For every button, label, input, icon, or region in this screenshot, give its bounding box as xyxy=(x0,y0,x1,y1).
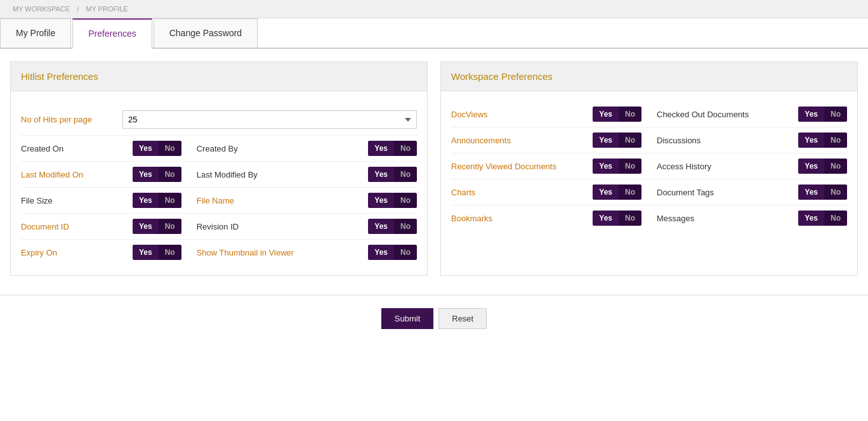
no-button[interactable]: No xyxy=(824,210,847,226)
yes-button[interactable]: Yes xyxy=(133,141,159,156)
ws-row-1: Announcements Yes No Discussions Yes No xyxy=(451,127,847,153)
tab-preferences[interactable]: Preferences xyxy=(72,18,152,49)
reset-button[interactable]: Reset xyxy=(438,308,487,329)
ws-right-toggle-3[interactable]: Yes No xyxy=(798,185,847,200)
yes-button[interactable]: Yes xyxy=(593,107,619,122)
ws-right-toggle-0[interactable]: Yes No xyxy=(798,107,847,122)
hitlist-left-toggle-3[interactable]: Yes No xyxy=(133,219,181,234)
tabs-bar: My Profile Preferences Change Password xyxy=(0,18,868,49)
hitlist-left-label-0: Created On xyxy=(21,144,122,153)
no-button[interactable]: No xyxy=(159,141,181,156)
hitlist-panel: Hitlist Preferences No of Hits per page … xyxy=(10,62,428,276)
ws-left-col-4: Bookmarks Yes No xyxy=(451,210,641,226)
no-button[interactable]: No xyxy=(159,219,181,234)
no-button[interactable]: No xyxy=(394,167,417,182)
hitlist-left-toggle-1[interactable]: Yes No xyxy=(133,167,181,182)
yes-button[interactable]: Yes xyxy=(593,159,619,174)
ws-row-3: Charts Yes No Document Tags Yes No xyxy=(451,179,847,205)
no-button[interactable]: No xyxy=(394,245,417,260)
ws-right-toggle-4[interactable]: Yes No xyxy=(798,210,847,226)
hitlist-right-label-0: Created By xyxy=(187,144,358,153)
ws-left-col-3: Charts Yes No xyxy=(451,185,641,200)
yes-button[interactable]: Yes xyxy=(368,245,394,260)
main-content: Hitlist Preferences No of Hits per page … xyxy=(0,62,868,288)
hitlist-right-label-4: Show Thumbnail in Viewer xyxy=(187,248,358,257)
no-button[interactable]: No xyxy=(159,167,181,182)
hitlist-right-label-1: Last Modified By xyxy=(187,170,358,179)
no-button[interactable]: No xyxy=(394,141,417,156)
no-button[interactable]: No xyxy=(619,107,641,122)
ws-right-col-2: Access History Yes No xyxy=(641,159,847,174)
yes-button[interactable]: Yes xyxy=(133,219,159,234)
no-button[interactable]: No xyxy=(619,185,641,200)
workspace-body: DocViews Yes No Checked Out Documents Ye… xyxy=(441,91,857,241)
no-button[interactable]: No xyxy=(394,219,417,234)
yes-button[interactable]: Yes xyxy=(368,193,394,208)
ws-left-toggle-3[interactable]: Yes No xyxy=(593,185,641,200)
no-button[interactable]: No xyxy=(824,107,847,122)
yes-button[interactable]: Yes xyxy=(133,245,159,260)
submit-button[interactable]: Submit xyxy=(381,308,433,329)
hitlist-row-3: Document ID Yes No Revision ID Yes No xyxy=(21,214,417,240)
tab-change-password[interactable]: Change Password xyxy=(154,18,258,48)
yes-button[interactable]: Yes xyxy=(593,185,619,200)
ws-right-toggle-1[interactable]: Yes No xyxy=(798,133,847,148)
hitlist-left-toggle-2[interactable]: Yes No xyxy=(133,193,181,208)
yes-button[interactable]: Yes xyxy=(133,193,159,208)
ws-right-label-1: Discussions xyxy=(657,136,793,145)
hitlist-right-toggle-2[interactable]: Yes No xyxy=(368,193,417,208)
hitlist-right-toggle-1[interactable]: Yes No xyxy=(368,167,417,182)
ws-right-col-0: Checked Out Documents Yes No xyxy=(641,107,847,122)
hitlist-left-label-1: Last Modified On xyxy=(21,170,122,179)
hitlist-row-0: Created On Yes No Created By Yes No xyxy=(21,136,417,162)
ws-left-toggle-4[interactable]: Yes No xyxy=(593,210,641,226)
hitlist-right-toggle-3[interactable]: Yes No xyxy=(368,219,417,234)
yes-button[interactable]: Yes xyxy=(798,107,824,122)
yes-button[interactable]: Yes xyxy=(593,210,619,226)
ws-left-col-1: Announcements Yes No xyxy=(451,133,641,148)
yes-button[interactable]: Yes xyxy=(798,159,824,174)
no-button[interactable]: No xyxy=(159,193,181,208)
no-button[interactable]: No xyxy=(824,185,847,200)
yes-button[interactable]: Yes xyxy=(798,185,824,200)
ws-left-toggle-2[interactable]: Yes No xyxy=(593,159,641,174)
hitlist-right-toggle-0[interactable]: Yes No xyxy=(368,141,417,156)
hitlist-right-toggle-4[interactable]: Yes No xyxy=(368,245,417,260)
workspace-title: Workspace Preferences xyxy=(441,62,857,91)
breadcrumb-separator: / xyxy=(77,5,79,13)
ws-row-4: Bookmarks Yes No Messages Yes No xyxy=(451,205,847,231)
hitlist-right-label-2: File Name xyxy=(187,196,358,205)
ws-row-0: DocViews Yes No Checked Out Documents Ye… xyxy=(451,101,847,127)
yes-button[interactable]: Yes xyxy=(368,167,394,182)
no-button[interactable]: No xyxy=(619,133,641,148)
tab-my-profile[interactable]: My Profile xyxy=(0,18,71,48)
no-button[interactable]: No xyxy=(824,159,847,174)
no-button[interactable]: No xyxy=(619,210,641,226)
breadcrumb: MY WORKSPACE / MY PROFILE xyxy=(0,0,868,18)
ws-left-label-1: Announcements xyxy=(451,136,588,145)
hitlist-right-label-3: Revision ID xyxy=(187,222,358,231)
hitlist-left-toggle-4[interactable]: Yes No xyxy=(133,245,181,260)
workspace-panel: Workspace Preferences DocViews Yes No Ch… xyxy=(440,62,858,276)
no-button[interactable]: No xyxy=(159,245,181,260)
ws-left-label-4: Bookmarks xyxy=(451,214,588,223)
yes-button[interactable]: Yes xyxy=(368,141,394,156)
ws-right-toggle-2[interactable]: Yes No xyxy=(798,159,847,174)
hits-per-page-label: No of Hits per page xyxy=(21,115,122,124)
breadcrumb-workspace: MY WORKSPACE xyxy=(13,5,70,13)
hitlist-row-4: Expiry On Yes No Show Thumbnail in Viewe… xyxy=(21,240,417,265)
no-button[interactable]: No xyxy=(824,133,847,148)
no-button[interactable]: No xyxy=(619,159,641,174)
ws-right-label-2: Access History xyxy=(657,162,793,171)
no-button[interactable]: No xyxy=(394,193,417,208)
hits-per-page-select[interactable]: 25 10 50 100 xyxy=(122,110,417,129)
yes-button[interactable]: Yes xyxy=(798,133,824,148)
hitlist-body: No of Hits per page 25 10 50 100 Created… xyxy=(11,91,427,275)
yes-button[interactable]: Yes xyxy=(133,167,159,182)
hitlist-left-toggle-0[interactable]: Yes No xyxy=(133,141,181,156)
yes-button[interactable]: Yes xyxy=(368,219,394,234)
yes-button[interactable]: Yes xyxy=(593,133,619,148)
yes-button[interactable]: Yes xyxy=(798,210,824,226)
ws-left-toggle-0[interactable]: Yes No xyxy=(593,107,641,122)
ws-left-toggle-1[interactable]: Yes No xyxy=(593,133,641,148)
